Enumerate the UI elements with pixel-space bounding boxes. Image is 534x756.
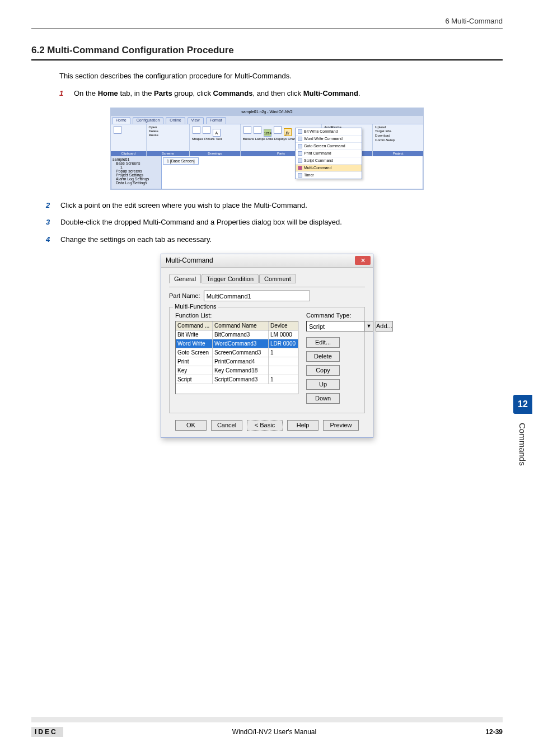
multi-command-dialog: Multi-Command ✕ General Trigger Conditio… [161, 254, 373, 438]
ribbon-titlebar: sample01.n2g - WindO/I-NV2 [111, 108, 423, 116]
multi-functions-fieldset: Multi-Functions Function List: Command .… [169, 307, 365, 413]
cancel-button[interactable]: Cancel [211, 420, 242, 431]
down-button[interactable]: Down [306, 393, 340, 404]
dropdown-item[interactable]: Goto Screen Command [296, 143, 362, 150]
dropdown-item[interactable]: Timer [296, 172, 362, 179]
tab-general[interactable]: General [169, 274, 201, 283]
word-write-icon [298, 137, 302, 141]
close-icon[interactable]: ✕ [355, 256, 371, 265]
dialog-footer-buttons: OK Cancel < Basic Help Preview [169, 420, 365, 431]
command-type-label: Command Type: [306, 312, 389, 319]
copy-button[interactable]: Copy [306, 365, 340, 376]
ribbon-group-project: Upload Target Info. Download Comm.Setup … [373, 124, 423, 156]
step-1: 1 On the Home tab, in the Parts group, c… [59, 88, 503, 100]
page-footer: IDEC WindO/I-NV2 User's Manual 12-39 [31, 727, 503, 737]
step-text: Double-click the dropped Multi-Command a… [60, 217, 342, 228]
chapter-number: 12 [513, 395, 532, 414]
grid-row-selected[interactable]: Word WriteWordCommand3LDR 0000 [176, 339, 298, 348]
help-button[interactable]: Help [287, 420, 318, 431]
charts-icon[interactable] [274, 126, 282, 134]
script-icon [298, 158, 302, 163]
chevron-down-icon[interactable]: ▼ [364, 321, 373, 332]
breadcrumb: 6 Multi-Command [31, 17, 503, 25]
project-tree: sample01 Base Screens 1 Popup screens Pr… [111, 156, 162, 189]
canvas-area: sample01 Base Screens 1 Popup screens Pr… [111, 156, 423, 189]
multi-command-icon [298, 166, 302, 170]
step-number: 2 [46, 200, 54, 212]
ribbon-tab-home[interactable]: Home [112, 117, 130, 124]
timer-icon [298, 173, 302, 178]
command-type-select[interactable]: Script ▼ [306, 321, 373, 332]
print-icon [298, 151, 302, 156]
ribbon-group-screens: Open Delete Reuse Screens [147, 124, 190, 156]
ribbon-tab-config[interactable]: Configuration [133, 117, 164, 124]
lamps-icon[interactable] [254, 126, 261, 134]
data-icon[interactable]: 1234 [264, 129, 271, 137]
buttons-icon[interactable] [243, 126, 251, 134]
grid-header: Command ... Command Name Device [176, 321, 298, 330]
footer-manual-title: WindO/I-NV2 User's Manual [63, 728, 486, 736]
section-intro: This section describes the configuration… [59, 71, 503, 82]
step-4: 4 Change the settings on each tab as nec… [46, 234, 503, 246]
edit-button[interactable]: Edit... [306, 337, 340, 348]
grid-row[interactable]: Goto ScreenScreenCommand31 [176, 348, 298, 357]
dialog-tabs: General Trigger Condition Comment [169, 273, 365, 283]
ok-button[interactable]: OK [175, 420, 207, 431]
picture-icon[interactable] [203, 126, 210, 134]
part-name-input[interactable]: MultiCommand1 [204, 291, 310, 301]
step-number: 1 [59, 88, 67, 100]
commands-icon[interactable]: fx [284, 128, 292, 136]
header-rule [31, 29, 503, 29]
dropdown-item[interactable]: Bit Write Command [296, 128, 362, 136]
ribbon-screenshot: sample01.n2g - WindO/I-NV2 Home Configur… [31, 108, 503, 190]
text-icon[interactable]: A [213, 129, 221, 137]
dialog-titlebar: Multi-Command ✕ [161, 254, 373, 268]
chapter-label: Commands [518, 423, 527, 466]
grid-row[interactable]: Bit WriteBitCommand3LM 0000 [176, 330, 298, 339]
add-button[interactable]: Add... [376, 321, 393, 332]
tab-trigger-condition[interactable]: Trigger Condition [202, 274, 259, 283]
step-3: 3 Double-click the dropped Multi-Command… [46, 217, 503, 228]
paste-icon[interactable] [114, 126, 121, 134]
step-text: Click a point on the edit screen where y… [60, 200, 307, 212]
ribbon-tab-format[interactable]: Format [206, 117, 226, 124]
canvas-tab[interactable]: 1 [Base Screen] [163, 157, 199, 165]
dropdown-item[interactable]: Word Write Command [296, 136, 362, 143]
side-chapter-tab: 12 Commands [512, 395, 534, 414]
page-number: 12-39 [485, 728, 503, 736]
ribbon-tab-view[interactable]: View [188, 117, 204, 124]
tab-comment[interactable]: Comment [259, 274, 296, 283]
dialog-title: Multi-Command [166, 256, 213, 264]
part-name-label: Part Name: [169, 292, 200, 299]
step-text: Change the settings on each tab as neces… [60, 234, 212, 246]
ribbon-tabs: Home Configuration Online View Format [111, 116, 423, 124]
ribbon-group-clipboard: Clipboard [111, 124, 147, 156]
step-number: 3 [46, 217, 54, 228]
basic-button[interactable]: < Basic [247, 420, 283, 431]
grid-row[interactable]: PrintPrintCommand4 [176, 357, 298, 366]
preview-button[interactable]: Preview [323, 420, 359, 431]
shapes-icon[interactable] [193, 126, 200, 134]
ribbon-tab-online[interactable]: Online [166, 117, 185, 124]
dropdown-item-multi-command[interactable]: Multi-Command [296, 165, 362, 172]
footer-bar [31, 717, 503, 722]
dropdown-item[interactable]: Print Command [296, 150, 362, 157]
commands-dropdown: Bit Write Command Word Write Command Got… [295, 128, 362, 179]
footer-brand: IDEC [31, 727, 63, 737]
delete-button[interactable]: Delete [306, 351, 340, 362]
function-list-grid[interactable]: Command ... Command Name Device Bit Writ… [175, 321, 298, 394]
dialog-wrapper: Multi-Command ✕ General Trigger Conditio… [31, 254, 503, 438]
section-title: 6.2 Multi-Command Configuration Procedur… [31, 45, 503, 60]
up-button[interactable]: Up [306, 379, 340, 390]
bit-write-icon [298, 129, 302, 134]
goto-screen-icon [298, 144, 302, 148]
ribbon-group-drawings: A Shapes Picture Text Drawings [190, 124, 241, 156]
dropdown-item[interactable]: Script Command [296, 157, 362, 165]
step-2: 2 Click a point on the edit screen where… [46, 200, 503, 212]
part-name-row: Part Name: MultiCommand1 [169, 291, 365, 301]
function-list-label: Function List: [175, 312, 298, 319]
step-1-text: On the Home tab, in the Parts group, cli… [74, 88, 360, 100]
grid-row[interactable]: KeyKey Command18 [176, 366, 298, 375]
grid-row[interactable]: ScriptScriptCommand31 [176, 375, 298, 384]
fieldset-legend: Multi-Functions [173, 303, 218, 310]
